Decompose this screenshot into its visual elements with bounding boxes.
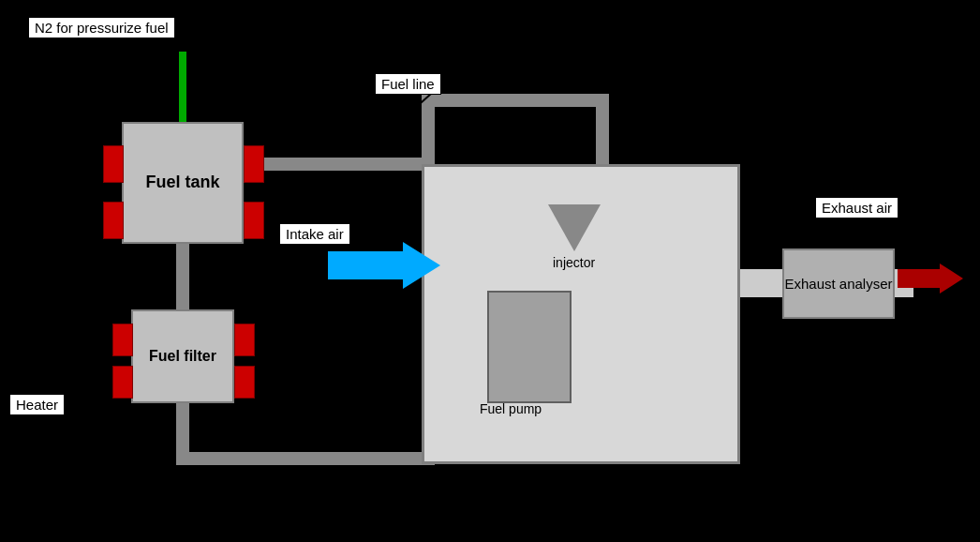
- heater-label: Heater: [9, 394, 65, 415]
- svg-marker-14: [898, 263, 963, 294]
- red-valve-tank-right-top: [244, 145, 264, 183]
- svg-rect-10: [740, 269, 787, 297]
- svg-rect-2: [176, 403, 189, 459]
- exhaust-analyser: Exhaust analyser: [782, 248, 895, 319]
- fuel-tank: Fuel tank: [122, 122, 244, 244]
- red-valve-filter-right-bottom: [234, 366, 255, 399]
- red-valve-filter-left-bottom: [112, 366, 133, 399]
- red-valve-tank-right-bottom: [244, 202, 264, 239]
- engine-label: Engine: [478, 459, 565, 489]
- red-valve-filter-right-top: [234, 324, 255, 356]
- intake-air-arrow: [328, 242, 440, 289]
- diagram: N2 for pressurize fuel Fuel line Intake …: [0, 0, 980, 542]
- svg-line-12: [412, 94, 431, 111]
- fuel-filter: Fuel filter: [131, 309, 234, 403]
- svg-rect-6: [422, 94, 435, 171]
- red-valve-tank-left-bottom: [103, 202, 124, 239]
- fuel-pump-label: Fuel pump: [480, 401, 542, 416]
- exhaust-arrow: [898, 263, 963, 294]
- red-valve-tank-left-top: [103, 145, 124, 183]
- n2-label: N2 for pressurize fuel: [28, 17, 175, 38]
- svg-rect-5: [244, 158, 431, 171]
- svg-rect-7: [422, 94, 609, 107]
- svg-marker-13: [328, 242, 440, 289]
- svg-rect-1: [176, 244, 189, 314]
- injector-shape: [548, 204, 601, 251]
- fuel-pump: [487, 291, 572, 403]
- fuel-line-label: Fuel line: [375, 73, 441, 95]
- svg-rect-3: [176, 452, 429, 465]
- exhaust-air-label: Exhaust air: [815, 197, 898, 218]
- red-valve-filter-left-top: [112, 324, 133, 356]
- injector-label: injector: [553, 255, 595, 270]
